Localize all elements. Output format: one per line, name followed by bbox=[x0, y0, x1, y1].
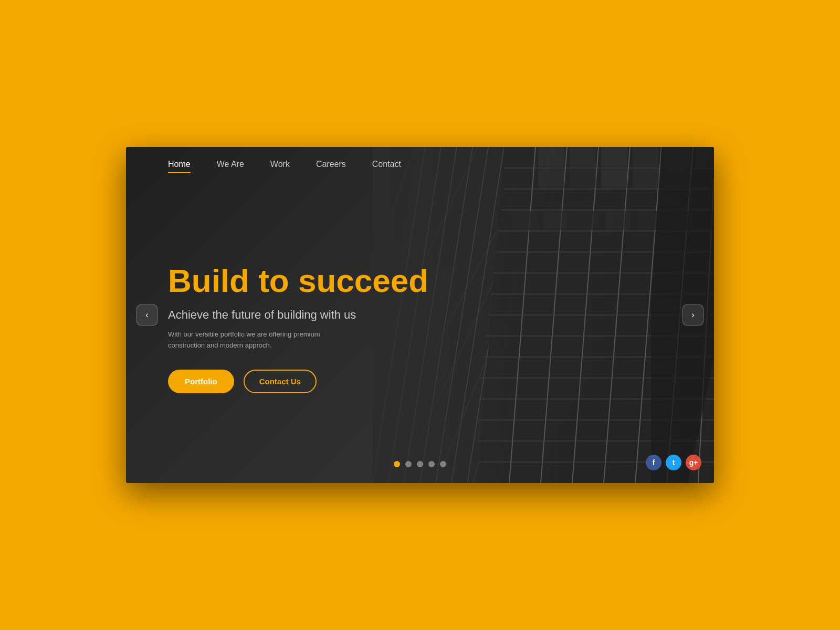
slider-dots bbox=[394, 461, 446, 467]
twitter-icon[interactable]: t bbox=[666, 455, 681, 470]
hero-content: Build to succeed Achieve the future of b… bbox=[168, 263, 428, 393]
dot-2[interactable] bbox=[405, 461, 412, 467]
nav-link-home[interactable]: Home bbox=[168, 160, 191, 169]
twitter-label: t bbox=[673, 458, 675, 467]
nav-item-weare[interactable]: We Are bbox=[217, 160, 244, 169]
portfolio-button[interactable]: Portfolio bbox=[168, 370, 234, 393]
dot-4[interactable] bbox=[428, 461, 435, 467]
facebook-label: f bbox=[653, 458, 655, 467]
page-wrapper: Home We Are Work Careers Contact Build t… bbox=[126, 147, 714, 483]
googleplus-icon[interactable]: g+ bbox=[686, 455, 701, 470]
left-chevron-icon: ‹ bbox=[145, 310, 148, 320]
facebook-icon[interactable]: f bbox=[646, 455, 662, 470]
right-chevron-icon: › bbox=[691, 310, 694, 320]
navigation: Home We Are Work Careers Contact bbox=[126, 147, 714, 181]
nav-link-contact[interactable]: Contact bbox=[372, 160, 401, 169]
hero-buttons: Portfolio Contact Us bbox=[168, 370, 428, 393]
hero-subtitle: Achieve the future of building with us bbox=[168, 308, 428, 322]
dot-3[interactable] bbox=[417, 461, 423, 467]
nav-item-careers[interactable]: Careers bbox=[316, 160, 346, 169]
social-icons: f t g+ bbox=[646, 455, 701, 470]
nav-item-work[interactable]: Work bbox=[270, 160, 290, 169]
nav-item-contact[interactable]: Contact bbox=[372, 160, 401, 169]
browser-window: Home We Are Work Careers Contact Build t… bbox=[126, 147, 714, 483]
hero-title: Build to succeed bbox=[168, 263, 428, 299]
nav-item-home[interactable]: Home bbox=[168, 160, 191, 169]
dot-5[interactable] bbox=[440, 461, 446, 467]
nav-link-careers[interactable]: Careers bbox=[316, 160, 346, 169]
nav-links: Home We Are Work Careers Contact bbox=[168, 160, 401, 169]
slider-arrow-left[interactable]: ‹ bbox=[136, 304, 158, 326]
contact-button[interactable]: Contact Us bbox=[244, 370, 317, 393]
googleplus-label: g+ bbox=[689, 458, 698, 467]
dot-1[interactable] bbox=[394, 461, 400, 467]
slider-arrow-right[interactable]: › bbox=[682, 304, 704, 326]
hero-description: With our versitile portfolio we are offe… bbox=[168, 329, 336, 351]
nav-link-work[interactable]: Work bbox=[270, 160, 290, 169]
nav-link-weare[interactable]: We Are bbox=[217, 160, 244, 169]
